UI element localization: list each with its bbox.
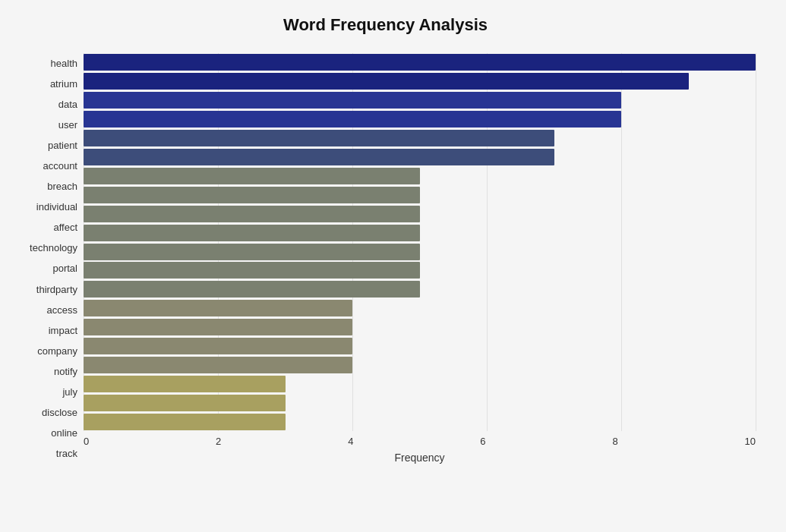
bar-row	[84, 148, 756, 167]
bar	[84, 168, 420, 184]
y-label: affect	[53, 222, 77, 232]
x-tick: 8	[612, 436, 617, 447]
bar	[84, 338, 352, 354]
grid-line	[756, 53, 756, 431]
bar-row	[84, 166, 756, 185]
bars-area	[84, 53, 756, 431]
y-label: breach	[47, 181, 77, 191]
bar	[84, 414, 286, 430]
y-label: technology	[30, 243, 77, 253]
bar-row	[84, 318, 756, 337]
bars-list	[84, 53, 756, 431]
bar	[84, 206, 420, 222]
chart-area: healthatriumdatauserpatientaccountbreach…	[15, 53, 756, 464]
bar-row	[84, 299, 756, 318]
y-label: july	[62, 387, 77, 397]
x-tick: 2	[216, 436, 221, 447]
bar-row	[84, 261, 756, 280]
y-label: access	[47, 305, 77, 315]
chart-container: Word Frequency Analysis healthatriumdata…	[0, 0, 786, 532]
bar-row	[84, 374, 756, 393]
bar	[84, 244, 420, 260]
y-label: notify	[54, 367, 77, 376]
y-label: disclose	[42, 408, 77, 417]
bar	[84, 92, 621, 109]
x-tick: 10	[744, 436, 755, 447]
y-label: portal	[52, 263, 77, 273]
y-axis: healthatriumdatauserpatientaccountbreach…	[15, 53, 84, 464]
bar-row	[84, 129, 756, 148]
bar	[84, 376, 286, 392]
bar-row	[84, 204, 756, 223]
bar-row	[84, 91, 756, 110]
chart-title: Word Frequency Analysis	[15, 15, 756, 35]
bar	[84, 73, 689, 90]
bar-row	[84, 412, 756, 431]
y-label: individual	[36, 202, 77, 212]
bar-row	[84, 393, 756, 412]
bar-row	[84, 242, 756, 261]
y-label: user	[58, 120, 77, 130]
bar	[84, 395, 286, 411]
bar	[84, 281, 420, 297]
x-axis-label: Frequency	[84, 452, 756, 464]
bar-row	[84, 185, 756, 204]
y-label: health	[51, 58, 77, 68]
bar	[84, 300, 352, 316]
x-axis: 0246810	[84, 431, 756, 447]
bar	[84, 54, 756, 71]
bar	[84, 319, 352, 335]
y-label: data	[58, 99, 77, 109]
bar	[84, 225, 420, 241]
bar-row	[84, 356, 756, 375]
bar-row	[84, 280, 756, 299]
x-tick: 4	[348, 436, 353, 447]
bar-row	[84, 110, 756, 129]
bars-and-xaxis: 0246810 Frequency	[84, 53, 756, 464]
bar	[84, 130, 554, 146]
bar	[84, 149, 554, 165]
y-label: impact	[49, 326, 77, 335]
y-label: patient	[48, 140, 77, 150]
x-tick: 6	[480, 436, 485, 447]
bar-row	[84, 223, 756, 242]
x-tick: 0	[84, 436, 89, 447]
bar	[84, 357, 352, 373]
bar	[84, 262, 420, 279]
bar-row	[84, 337, 756, 356]
y-label: atrium	[50, 79, 77, 89]
y-label: online	[51, 428, 77, 438]
bar-row	[84, 53, 756, 72]
bar-row	[84, 72, 756, 91]
bar	[84, 187, 420, 203]
bar	[84, 111, 621, 127]
y-label: company	[37, 346, 77, 356]
y-label: account	[43, 161, 77, 171]
y-label: thirdparty	[36, 285, 77, 294]
y-label: track	[56, 449, 77, 458]
